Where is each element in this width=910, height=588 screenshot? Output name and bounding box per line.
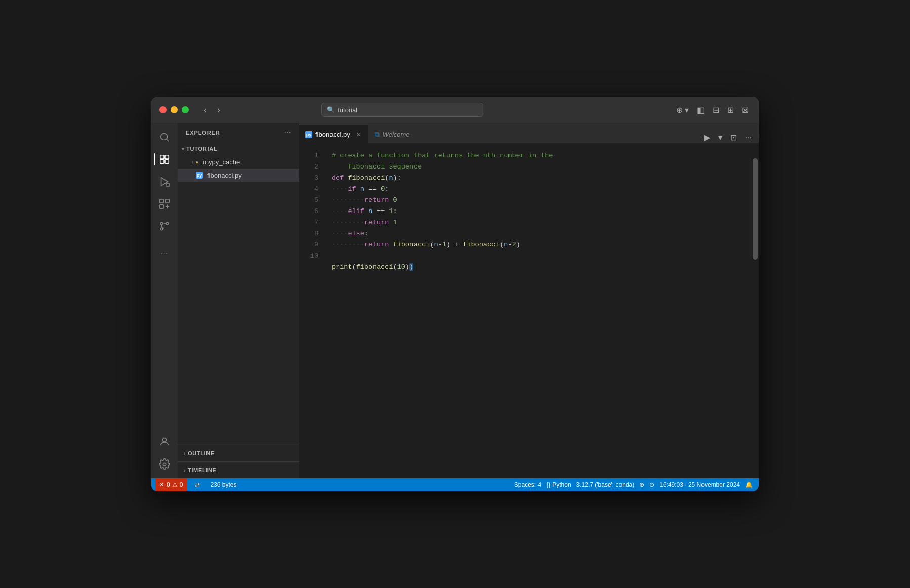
sidebar-title: EXPLORER <box>186 130 220 136</box>
code-editor[interactable]: 1 2 3 4 5 6 7 8 9 10 # create a function… <box>299 143 759 478</box>
error-icon: ✕ <box>159 481 164 488</box>
search-icon: 🔍 <box>327 106 335 113</box>
error-count: 0 <box>167 481 170 488</box>
remote-icon: ⊙ <box>649 481 654 488</box>
titlebar-nav: ‹ › <box>201 104 223 116</box>
file-transfer-icon: ⇄ <box>195 481 200 488</box>
outline-header[interactable]: › OUTLINE <box>178 448 299 458</box>
scrollbar-thumb[interactable] <box>753 158 758 260</box>
forward-button[interactable]: › <box>214 104 223 116</box>
tab-close-fibonacci[interactable]: ✕ <box>355 131 362 139</box>
status-errors[interactable]: ✕ 0 ⚠ 0 <box>155 478 187 491</box>
tab-welcome-label: Welcome <box>383 131 410 138</box>
svg-rect-9 <box>166 199 169 203</box>
warning-count: 0 <box>180 481 183 488</box>
status-python-version[interactable]: 3.12.7 ('base': conda) <box>574 481 637 488</box>
title-search-bar[interactable]: 🔍 tutorial <box>321 103 483 117</box>
chevron-down-icon: ▾ <box>182 146 184 152</box>
python-file-icon: py <box>196 172 203 179</box>
sidebar-header: EXPLORER ··· <box>178 123 299 142</box>
copilot-button[interactable]: ⊕ ▾ <box>674 104 691 116</box>
traffic-lights <box>159 106 189 113</box>
customize-layout-button[interactable]: ⊠ <box>740 104 751 116</box>
outline-section: › OUTLINE <box>178 445 299 461</box>
spaces-label: Spaces: 4 <box>514 481 541 488</box>
tab-bar: py fibonacci.py ✕ ⧉ Welcome ▶ ▾ ⊡ ··· <box>299 123 759 143</box>
activity-icon-accounts[interactable] <box>154 432 175 452</box>
svg-point-14 <box>162 438 166 442</box>
time-label: 16:49:03 · 25 November 2024 <box>659 481 740 488</box>
sidebar-more-icon[interactable]: ··· <box>284 128 291 137</box>
tree-file-label: fibonacci.py <box>207 172 242 179</box>
status-spaces[interactable]: Spaces: 4 <box>512 481 543 488</box>
svg-point-0 <box>161 134 168 140</box>
tab-welcome[interactable]: ⧉ Welcome <box>368 125 416 143</box>
activity-icon-search[interactable] <box>154 127 175 147</box>
scrollbar-track[interactable] <box>752 143 759 478</box>
toggle-secondary-sidebar-button[interactable]: ⊞ <box>725 104 736 116</box>
python-tab-icon: py <box>305 131 312 138</box>
folder-icon: ▪ <box>195 158 198 166</box>
run-dropdown-button[interactable]: ▾ <box>715 132 725 143</box>
close-button[interactable] <box>159 106 167 113</box>
activity-icon-extensions[interactable] <box>154 194 175 214</box>
svg-point-12 <box>166 222 169 225</box>
tree-item-fibonacci[interactable]: py fibonacci.py <box>178 169 299 182</box>
code-content: # create a function that returns the nth… <box>323 143 752 478</box>
status-notifications[interactable]: 🔔 <box>743 481 755 488</box>
language-braces: {} <box>546 481 550 488</box>
status-file-transfer[interactable]: ⇄ <box>193 478 202 491</box>
activity-icon-more[interactable]: ··· <box>154 242 175 263</box>
svg-rect-5 <box>165 160 169 163</box>
toggle-panel-button[interactable]: ⊟ <box>711 104 721 116</box>
search-bar-text: tutorial <box>338 106 357 114</box>
file-tree: ▾ TUTORIAL › ▪ .mypy_cache py fibonacci.… <box>178 142 299 445</box>
tree-root-tutorial[interactable]: ▾ TUTORIAL <box>178 142 299 155</box>
timeline-header[interactable]: › TIMELINE <box>178 465 299 475</box>
activity-icon-source-control[interactable] <box>154 216 175 236</box>
tree-item-mypy-cache[interactable]: › ▪ .mypy_cache <box>178 155 299 169</box>
vscode-tab-icon: ⧉ <box>375 130 380 139</box>
tab-fibonacci-label: fibonacci.py <box>315 131 350 138</box>
activity-bar: ··· <box>151 123 178 478</box>
editor-area: py fibonacci.py ✕ ⧉ Welcome ▶ ▾ ⊡ ··· <box>299 123 759 478</box>
more-actions-button[interactable]: ··· <box>742 132 755 143</box>
svg-point-11 <box>160 222 163 225</box>
notification-icon: 🔔 <box>745 481 753 488</box>
vscode-window: ‹ › 🔍 tutorial ⊕ ▾ ◧ ⊟ ⊞ ⊠ <box>151 97 759 491</box>
file-size-label: 236 bytes <box>210 481 236 488</box>
sidebar: EXPLORER ··· ▾ TUTORIAL › ▪ .mypy_cache … <box>178 123 299 478</box>
outline-label: OUTLINE <box>188 450 215 456</box>
chevron-right-icon-outline: › <box>184 451 186 456</box>
minimize-button[interactable] <box>171 106 178 113</box>
titlebar: ‹ › 🔍 tutorial ⊕ ▾ ◧ ⊟ ⊞ ⊠ <box>151 97 759 123</box>
status-copilot[interactable]: ⊕ <box>637 481 646 488</box>
python-version-label: 3.12.7 ('base': conda) <box>576 481 635 488</box>
status-file-size[interactable]: 236 bytes <box>208 478 238 491</box>
tree-folder-name: TUTORIAL <box>186 146 218 152</box>
activity-bottom <box>154 432 175 474</box>
status-language[interactable]: {} Python <box>544 481 573 488</box>
timeline-section: › TIMELINE <box>178 461 299 478</box>
svg-rect-4 <box>160 160 164 163</box>
status-bar: ✕ 0 ⚠ 0 ⇄ 236 bytes Spaces: 4 {} Python … <box>151 478 759 491</box>
activity-icon-run-debug[interactable] <box>154 172 175 192</box>
activity-icon-settings[interactable] <box>154 454 175 474</box>
chevron-right-icon-timeline: › <box>184 468 186 473</box>
svg-marker-6 <box>161 178 168 186</box>
run-button[interactable]: ▶ <box>701 132 713 143</box>
activity-icon-explorer[interactable] <box>154 149 175 170</box>
svg-rect-8 <box>160 199 163 203</box>
svg-point-15 <box>163 463 166 466</box>
tab-fibonacci[interactable]: py fibonacci.py ✕ <box>299 125 368 143</box>
status-remote[interactable]: ⊙ <box>647 481 656 488</box>
main-area: ··· EXPLORER <box>151 123 759 478</box>
language-label: Python <box>552 481 571 488</box>
maximize-button[interactable] <box>182 106 189 113</box>
status-time: 16:49:03 · 25 November 2024 <box>657 481 742 488</box>
tree-folder-label: .mypy_cache <box>201 158 240 166</box>
svg-point-7 <box>166 183 170 187</box>
back-button[interactable]: ‹ <box>201 104 210 116</box>
toggle-primary-sidebar-button[interactable]: ◧ <box>695 104 707 116</box>
split-editor-button[interactable]: ⊡ <box>727 132 740 143</box>
